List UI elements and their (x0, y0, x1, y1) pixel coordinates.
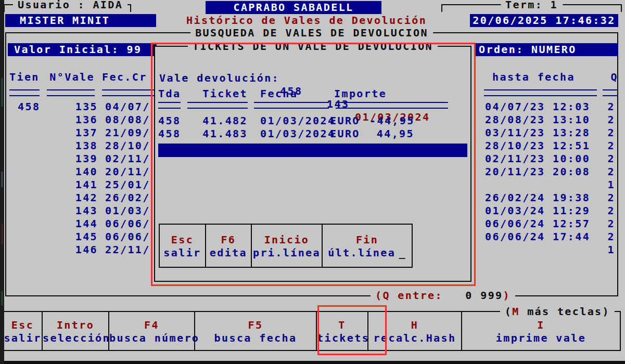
datetime-display: 20/06/2025 17:46:32 (470, 14, 618, 27)
table-row[interactable]: 06/06/24 12:572 (484, 217, 618, 230)
usuario-label: Usuario : AIDA (13, 0, 127, 11)
vales-table-header: Tien N°Vale Fec.Cr (9, 71, 154, 84)
table-row[interactable]: 28/10/23 12:512 (484, 139, 618, 152)
more-keys-label: (M más teclas) (500, 305, 615, 318)
table-row[interactable]: 28/08/23 13:102 (484, 113, 618, 126)
table-row[interactable]: 13828/10/ (9, 139, 154, 152)
key-f6-edita[interactable]: F6 edita (205, 225, 251, 267)
vales-table-separator (9, 89, 154, 96)
valor-inicial-field: Valor Inicial: 99 (8, 43, 157, 56)
selection-bar[interactable] (158, 144, 467, 157)
vale-devolucion-line: Vale devolución: 458 143 01/03/2024 (155, 59, 470, 72)
tickets-separator (158, 102, 467, 109)
table-row[interactable]: 14406/06/ (9, 217, 154, 230)
ticket-row[interactable]: 458 41.482 01/03/2024 EURO -44,95 (158, 114, 467, 127)
key-h-recalc-hash[interactable]: H recalc.Hash (367, 312, 461, 350)
main-box-title: BUSQUEDA DE VALES DE DEVOLUCION (190, 27, 433, 40)
key-t-tickets[interactable]: T tickets (316, 312, 367, 350)
table-row[interactable]: 04/07/23 12:032 (484, 100, 618, 113)
table-row[interactable]: 14622/11/ (9, 243, 154, 256)
key-f5-busca-fecha[interactable]: F5 busca fecha (194, 312, 316, 350)
key-inicio-primera-linea[interactable]: Inicio pri.línea (251, 225, 322, 267)
table-row[interactable]: 02/11/23 10:002 (484, 152, 618, 165)
usuario-frame: Usuario : AIDA (4, 4, 131, 13)
tickets-dialog-title: TICKETS DE UN VALE DE DEVOLUCION (188, 40, 438, 53)
window-edge-strip (0, 0, 4, 364)
key-f4-busca-numero[interactable]: F4 busca número (108, 312, 194, 350)
store-title-bar: CAPRABO SABADELL (206, 1, 381, 14)
vales-table-left: Tien N°Vale Fec.Cr 45813504/07/ 13608/08… (9, 71, 154, 256)
table-row[interactable]: 06/06/24 17:442 (484, 230, 618, 243)
table-row[interactable]: 26/02/24 19:382 (484, 191, 618, 204)
q-entre-label: (Q entre: 0 999) (371, 289, 515, 302)
table-row[interactable]: 13608/08/ (9, 113, 154, 126)
table-row[interactable]: 13721/09/ (9, 126, 154, 139)
screen-subtitle: Histórico de Vales de Devolución (186, 14, 427, 27)
table-row[interactable]: 13902/11/ (9, 152, 154, 165)
footer-key-bar: (M más teclas) Esc salir Intro selección… (3, 311, 621, 351)
vales-table-right: hasta fecha Q 04/07/23 12:032 28/08/23 1… (484, 71, 618, 256)
key-intro-seleccion[interactable]: Intro selección (42, 312, 108, 350)
table-row[interactable]: 14301/03/ (9, 204, 154, 217)
orden-field: Orden: NUMERO (475, 43, 618, 56)
table-row[interactable]: 45813504/07/ (9, 100, 154, 113)
key-esc-salir-footer[interactable]: Esc salir (4, 312, 42, 350)
table-row[interactable]: 1 (484, 178, 618, 191)
tickets-dialog: TICKETS DE UN VALE DE DEVOLUCION Vale de… (154, 46, 471, 282)
term-frame: Term: 1 (441, 4, 622, 13)
window-bottom-strip (0, 361, 625, 364)
table-row[interactable]: 01/03/24 11:292 (484, 204, 618, 217)
table-row[interactable]: 20/11/23 20:082 (484, 165, 618, 178)
table-row[interactable]: 14020/11/ (9, 165, 154, 178)
key-esc-salir[interactable]: Esc salir (160, 225, 205, 267)
text-cursor: _ (399, 246, 406, 259)
hasta-fecha-header: hasta fecha Q (484, 71, 618, 84)
table-row[interactable]: 14125/01/ (9, 178, 154, 191)
term-label: Term: 1 (501, 0, 563, 11)
terminal-screen: Usuario : AIDA MISTER MINIT CAPRABO SABA… (0, 0, 625, 364)
hasta-fecha-separator (484, 89, 618, 96)
table-row[interactable]: 14506/06/ (9, 230, 154, 243)
tickets-header: Tda Ticket Fecha Importe (158, 87, 467, 100)
table-row[interactable]: 1 (484, 243, 618, 256)
key-fin-ultima-linea[interactable]: Fin últ.línea_ (322, 225, 412, 267)
table-row[interactable]: 14226/02/ (9, 191, 154, 204)
table-row[interactable]: 03/11/23 13:282 (484, 126, 618, 139)
usuario-value-bar: MISTER MINIT (5, 14, 156, 27)
dialog-key-bar: Esc salir F6 edita Inicio pri.línea Fin … (159, 224, 413, 268)
ticket-row[interactable]: 458 41.483 01/03/2024 EURO 44,95 (158, 127, 467, 140)
